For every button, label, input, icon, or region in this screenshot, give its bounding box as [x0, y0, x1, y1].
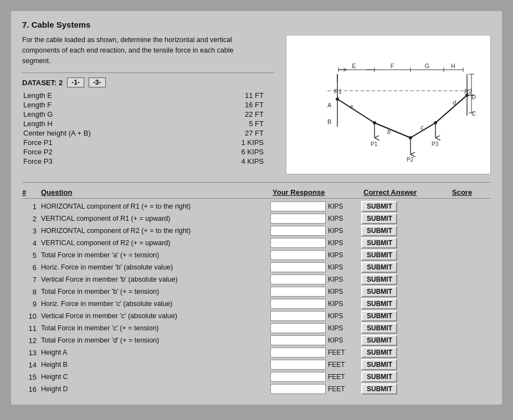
data-row: Length E 11 FT: [22, 91, 275, 100]
q-text: HORIZONTAL component of R1 (+ = to the r…: [41, 203, 268, 210]
submit-btn-13[interactable]: SUBMIT: [361, 347, 397, 358]
dataset-row: DATASET: 2 -1- -3-: [22, 77, 275, 87]
q-number: 9: [22, 300, 39, 308]
submit-btn-9[interactable]: SUBMIT: [361, 298, 397, 309]
q-input-8[interactable]: [270, 287, 326, 297]
question-row: 2 VERTICAL component of R1 (+ = upward) …: [22, 213, 491, 224]
q-text: Horiz. Force in member 'c' (absolute val…: [41, 300, 268, 308]
submit-btn-3[interactable]: SUBMIT: [361, 225, 397, 236]
questions-container: 1 HORIZONTAL component of R1 (+ = to the…: [22, 201, 491, 395]
q-input-13[interactable]: [270, 348, 326, 357]
question-row: 3 HORIZONTAL component of R2 (+ = to the…: [22, 225, 491, 236]
q-input-6[interactable]: [270, 262, 326, 272]
svg-text:A: A: [327, 102, 332, 108]
section-title: 7. Cable Systems: [22, 20, 491, 29]
question-row: 15 Height C FEET SUBMIT: [22, 371, 491, 382]
q-input-7[interactable]: [270, 274, 326, 284]
q-correct-area: SUBMIT: [361, 371, 450, 382]
q-unit: KIPS: [328, 300, 343, 308]
data-row-label: Force P2: [22, 147, 191, 157]
svg-text:F: F: [391, 63, 394, 69]
q-input-2[interactable]: [270, 214, 326, 224]
description: For the cable loaded as shown, determine…: [22, 35, 255, 66]
question-row: 9 Horiz. Force in member 'c' (absolute v…: [22, 298, 491, 309]
data-table: Length E 11 FT Length F 16 FT Length G 2…: [22, 91, 275, 166]
q-input-5[interactable]: [270, 250, 326, 260]
q-number: 8: [22, 288, 39, 296]
q-text: Total Force in member 'a' (+ = tension): [41, 251, 268, 259]
submit-btn-12[interactable]: SUBMIT: [361, 335, 397, 346]
q-text: Height C: [41, 373, 268, 381]
q-response-area: KIPS: [270, 299, 359, 309]
q-response-area: FEET: [270, 360, 359, 370]
dataset-btn-1[interactable]: -1-: [67, 77, 84, 87]
q-input-11[interactable]: [270, 323, 326, 333]
q-unit: KIPS: [328, 263, 343, 271]
q-input-15[interactable]: [270, 372, 326, 382]
q-unit: FEET: [328, 361, 345, 369]
q-unit: KIPS: [328, 227, 343, 235]
submit-btn-10[interactable]: SUBMIT: [361, 310, 397, 322]
q-input-3[interactable]: [270, 226, 326, 236]
q-text: Height B: [41, 361, 268, 369]
svg-text:a: a: [350, 103, 353, 110]
q-text: Vertical Force in member 'c' (absolute v…: [41, 312, 268, 320]
q-unit: KIPS: [328, 324, 343, 332]
divider-1: [22, 72, 275, 73]
submit-btn-11[interactable]: SUBMIT: [361, 323, 397, 334]
q-response-area: KIPS: [270, 335, 359, 345]
q-input-9[interactable]: [270, 299, 326, 309]
q-number: 16: [22, 385, 39, 393]
submit-btn-1[interactable]: SUBMIT: [361, 201, 397, 212]
svg-text:P2: P2: [407, 157, 414, 163]
data-row-value: 27 FT: [191, 128, 275, 138]
col-question: Question: [41, 188, 268, 196]
svg-text:R2: R2: [464, 88, 472, 95]
q-text: HORIZONTAL component of R2 (+ = to the r…: [41, 227, 268, 235]
svg-text:c: c: [420, 124, 424, 131]
q-correct-area: SUBMIT: [361, 323, 450, 334]
svg-text:G: G: [425, 63, 430, 69]
q-number: 10: [22, 312, 39, 320]
submit-btn-7[interactable]: SUBMIT: [361, 274, 397, 285]
data-row: Force P2 6 KIPS: [22, 147, 275, 157]
data-row-value: 6 KIPS: [191, 147, 275, 157]
col-num: #: [22, 188, 39, 196]
q-correct-area: SUBMIT: [361, 250, 450, 261]
left-panel: For the cable loaded as shown, determine…: [22, 35, 275, 174]
q-input-10[interactable]: [270, 311, 326, 321]
dataset-btn-2[interactable]: -3-: [89, 77, 106, 87]
q-number: 5: [22, 251, 39, 260]
q-input-12[interactable]: [270, 335, 326, 345]
q-correct-area: SUBMIT: [361, 225, 450, 236]
submit-btn-16[interactable]: SUBMIT: [361, 383, 397, 395]
q-correct-area: SUBMIT: [361, 201, 450, 212]
submit-btn-6[interactable]: SUBMIT: [361, 262, 397, 273]
q-input-4[interactable]: [270, 238, 326, 248]
q-response-area: KIPS: [270, 201, 359, 211]
question-row: 16 Height D FEET SUBMIT: [22, 383, 491, 395]
q-input-1[interactable]: [270, 201, 326, 211]
q-response-area: FEET: [270, 348, 359, 357]
dataset-label: DATASET: 2: [22, 79, 63, 87]
data-row-value: 22 FT: [191, 110, 275, 119]
q-number: 13: [22, 349, 39, 357]
submit-btn-5[interactable]: SUBMIT: [361, 250, 397, 261]
svg-text:b: b: [387, 128, 391, 135]
q-correct-area: SUBMIT: [361, 310, 450, 322]
data-row: Length F 16 FT: [22, 100, 275, 110]
submit-btn-4[interactable]: SUBMIT: [361, 237, 397, 248]
q-response-area: KIPS: [270, 262, 359, 272]
q-input-16[interactable]: [270, 384, 326, 394]
submit-btn-15[interactable]: SUBMIT: [361, 371, 397, 382]
question-row: 4 VERTICAL component of R2 (+ = upward) …: [22, 237, 491, 248]
submit-btn-14[interactable]: SUBMIT: [361, 359, 397, 370]
question-row: 7 Vertical Force in member 'b' (absolute…: [22, 274, 491, 285]
q-input-14[interactable]: [270, 360, 326, 370]
data-row-label: Force P3: [22, 157, 191, 166]
submit-btn-2[interactable]: SUBMIT: [361, 213, 397, 224]
data-row: Length G 22 FT: [22, 110, 275, 119]
q-text: Total Force in member 'c' (+ = tension): [41, 324, 268, 332]
submit-btn-8[interactable]: SUBMIT: [361, 286, 397, 297]
q-response-area: FEET: [270, 372, 359, 382]
